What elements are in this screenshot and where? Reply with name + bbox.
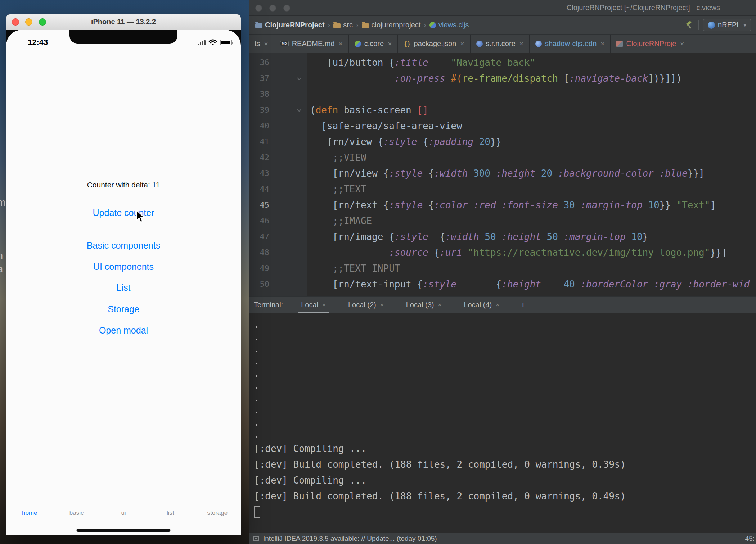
editor-tab-package-json[interactable]: {}package.json× [398, 35, 470, 53]
build-hammer-icon[interactable] [685, 21, 694, 30]
terminal-tab-local-4[interactable]: Local (4)× [461, 297, 502, 313]
nrepl-label: nREPL [718, 21, 741, 29]
tab-bar: homebasicuiliststorage [6, 499, 241, 525]
editor-tab-c-core[interactable]: c.core× [349, 35, 398, 53]
clj-file-icon [476, 41, 483, 47]
editor-tab-shadow-cljs-edn[interactable]: shadow-cljs.edn× [530, 35, 611, 53]
code-text: (defn basic-screen [] [307, 102, 428, 118]
chevron-right-icon: › [424, 21, 426, 29]
close-icon[interactable]: × [519, 40, 523, 48]
tab-storage[interactable]: storage [194, 499, 241, 525]
breadcrumb-label: clojurernproject [372, 21, 421, 29]
fold-marker-icon[interactable] [297, 108, 301, 112]
code-text: [rn/view {:style {:padding 20}} [307, 134, 501, 150]
terminal-tab-local-2[interactable]: Local (2)× [345, 297, 387, 313]
terminal-line: . [254, 355, 756, 367]
close-icon[interactable]: × [339, 40, 343, 48]
status-message[interactable]: IntelliJ IDEA 2019.3.5 available: // Upd… [263, 535, 437, 543]
intellij-window: ClojureRNProject [~/ClojureRNProject] - … [249, 0, 756, 544]
terminal-tab-local[interactable]: Local× [298, 297, 329, 313]
markdown-file-icon: MD [280, 41, 289, 46]
link-list[interactable]: List [6, 282, 241, 293]
line-number: 49 [249, 260, 307, 276]
close-icon[interactable]: × [496, 302, 499, 309]
nrepl-selector[interactable]: nREPL ▾ [703, 19, 751, 31]
code-line: 43 [rn/view {:style {:width 300 :height … [249, 166, 756, 181]
new-terminal-button[interactable]: + [520, 299, 526, 310]
tab-ui[interactable]: ui [100, 499, 147, 525]
close-icon[interactable]: × [380, 302, 384, 309]
code-text: [rn/text {:style {:color :red :font-size… [307, 197, 716, 213]
cellular-signal-icon [198, 40, 206, 45]
link-storage[interactable]: Storage [6, 304, 241, 314]
link-ui-components[interactable]: UI components [6, 262, 241, 272]
terminal[interactable]: ..........[:dev] Compiling ...[:dev] Bui… [249, 313, 756, 533]
tab-list[interactable]: list [147, 499, 194, 525]
link-open-modal[interactable]: Open modal [6, 325, 241, 336]
link-update-counter[interactable]: Update counter [6, 208, 241, 218]
code-line: 45 [rn/text {:style {:color :red :font-s… [249, 197, 756, 213]
close-icon[interactable]: × [322, 302, 326, 309]
breadcrumb-label: views.cljs [438, 21, 469, 29]
terminal-line: . [254, 429, 756, 441]
background-text-fragment: m [0, 197, 6, 208]
wifi-icon [208, 39, 217, 46]
home-indicator[interactable] [77, 529, 171, 532]
terminal-tabs: Local×Local (2)×Local (3)×Local (4)× [298, 297, 519, 313]
zoom-button[interactable] [283, 5, 290, 12]
terminal-label: Terminal: [254, 301, 283, 309]
close-button[interactable] [255, 5, 262, 12]
editor-tab-label: ts [255, 40, 260, 48]
line-number: 44 [249, 181, 307, 197]
line-number: 38 [249, 86, 307, 102]
code-line: 41 [rn/view {:style {:padding 20}} [249, 134, 756, 150]
close-icon[interactable]: × [264, 40, 268, 48]
simulator-titlebar: iPhone 11 — 13.2.2 [6, 14, 241, 30]
terminal-line: . [254, 318, 756, 331]
code-line: 37 :on-press #(re-frame/dispatch [:navig… [249, 71, 756, 86]
minimize-button[interactable] [269, 5, 276, 12]
close-icon[interactable]: × [460, 40, 464, 48]
code-line: 48 :source {:uri "https://reactnative.de… [249, 245, 756, 260]
code-text: ;;TEXT [307, 181, 366, 197]
code-text: [safe-area/safe-area-view [307, 118, 462, 134]
fold-marker-icon[interactable] [297, 76, 301, 80]
terminal-cursor [254, 506, 260, 518]
line-number: 50 [249, 276, 307, 292]
code-line: 40 [safe-area/safe-area-view [249, 118, 756, 134]
tab-home[interactable]: home [6, 499, 53, 525]
link-basic-components[interactable]: Basic components [6, 240, 241, 251]
close-icon[interactable]: × [680, 40, 684, 48]
device-frame: 12:43 Counter with delta: 11 [6, 30, 241, 535]
line-number: 46 [249, 213, 307, 229]
chevron-right-icon: › [356, 21, 359, 29]
editor-tab-readme-md[interactable]: MDREADME.md× [274, 35, 349, 53]
code-line: 38 [249, 86, 756, 102]
tab-basic[interactable]: basic [53, 499, 100, 525]
breadcrumb-views-cljs[interactable]: views.cljs [429, 21, 469, 29]
editor-tab-label: ClojureRNProje [626, 40, 676, 48]
editor-tab-label: c.core [364, 40, 384, 48]
breadcrumb-clojurernproject[interactable]: ClojureRNProject [255, 21, 325, 29]
code-line: 36 [ui/button {:title "Navigate back" [249, 55, 756, 71]
close-icon[interactable]: × [600, 40, 604, 48]
notch [69, 30, 177, 44]
editor-tab-s-r-n-core[interactable]: s.r.n.core× [471, 35, 530, 53]
line-number: 40 [249, 118, 307, 134]
breadcrumb-clojurernproject[interactable]: clojurernproject [362, 21, 421, 29]
line-number: 42 [249, 150, 307, 166]
breadcrumb-src[interactable]: src [333, 21, 353, 29]
status-bar-time: 12:43 [28, 38, 48, 47]
editor-tab-label: s.r.n.core [486, 40, 516, 48]
editor-tab-clojurernproje[interactable]: ClojureRNProje× [611, 35, 690, 53]
close-icon[interactable]: × [438, 302, 441, 309]
close-icon[interactable]: × [388, 40, 392, 48]
editor-tab-ts[interactable]: ts× [249, 35, 274, 53]
editor[interactable]: 36 [ui/button {:title "Navigate back"37 … [249, 53, 756, 296]
editor-tab-label: package.json [414, 40, 456, 48]
terminal-tab-local-3[interactable]: Local (3)× [403, 297, 445, 313]
code-line: 50 [rn/text-input {:style {:height 40 :b… [249, 276, 756, 292]
code-line: 39(defn basic-screen [] [249, 102, 756, 118]
code-line: 47 [rn/image {:style {:width 50 :height … [249, 229, 756, 245]
ide-window-title: ClojureRNProject [~/ClojureRNProject] - … [567, 4, 720, 12]
